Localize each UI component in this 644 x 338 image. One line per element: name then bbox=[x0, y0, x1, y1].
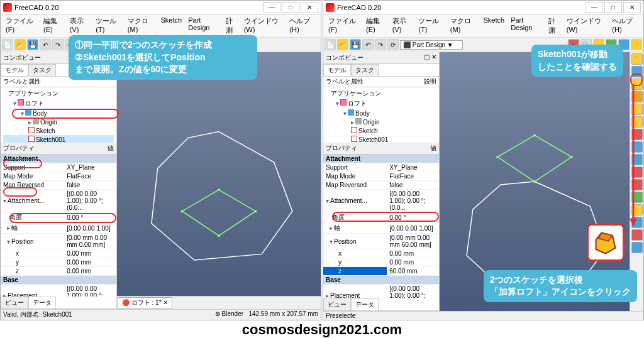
undo-icon[interactable]: ↶ bbox=[362, 39, 374, 50]
menu-item[interactable]: Part Design bbox=[186, 16, 222, 36]
group-base: Base bbox=[1, 276, 116, 285]
menu-item[interactable]: 表示(V) bbox=[390, 16, 415, 36]
tab-data[interactable]: データ bbox=[351, 298, 379, 310]
minimize-button[interactable]: ― bbox=[263, 2, 280, 13]
highlight-z-row-right bbox=[332, 212, 439, 222]
tab-view[interactable]: ビュー bbox=[323, 298, 351, 310]
col-desc: 説明 bbox=[424, 77, 436, 86]
minimize-button[interactable]: ― bbox=[586, 2, 603, 13]
t4-icon[interactable] bbox=[631, 39, 642, 50]
tree-body[interactable]: ▾Body bbox=[326, 109, 436, 117]
menu-item[interactable]: ヘルプ(H) bbox=[609, 16, 641, 36]
menu-item[interactable]: マクロ(M) bbox=[125, 16, 157, 36]
menu-item[interactable]: 計測 bbox=[223, 16, 240, 36]
menu-item[interactable]: 表示(V) bbox=[67, 16, 92, 36]
titlebar: FreeCAD 0.20 ― □ ✕ bbox=[1, 1, 321, 14]
tree-sketch[interactable]: Sketch bbox=[3, 126, 114, 135]
menu-item[interactable]: 編集(E) bbox=[364, 16, 389, 36]
menubar: ファイル(F) 編集(E) 表示(V) ツール(T) マクロ(M) Sketch… bbox=[1, 14, 321, 38]
svg-marker-7 bbox=[497, 135, 572, 182]
menu-item[interactable]: Sketch bbox=[481, 16, 508, 36]
panel-title: コンボビュー bbox=[326, 53, 364, 62]
svg-point-8 bbox=[533, 134, 536, 136]
svg-marker-1 bbox=[182, 190, 256, 236]
rt-icon[interactable] bbox=[631, 242, 643, 253]
menu-item[interactable]: ツール(T) bbox=[416, 16, 447, 36]
highlight-attachment bbox=[3, 159, 42, 168]
callout-3: 2つのスケッチを選択後 「加算ロフト」アイコンをクリック bbox=[484, 270, 637, 302]
highlight-z-row bbox=[9, 213, 116, 223]
callout-2: Sketch001が移動 したことを確認する bbox=[531, 45, 623, 77]
tree-sketch001[interactable]: Sketch001 bbox=[3, 135, 114, 143]
menu-item[interactable]: ウインドウ(W) bbox=[564, 16, 609, 36]
panel-close-icon[interactable]: ▢ ✕ bbox=[424, 53, 436, 62]
tree-doc[interactable]: ▾ロフト bbox=[3, 99, 114, 109]
redo-icon[interactable]: ↷ bbox=[375, 39, 386, 50]
maximize-button[interactable]: □ bbox=[604, 2, 622, 13]
menu-item[interactable]: ファイル(F) bbox=[326, 16, 362, 36]
combo-view-panel: コンボビュー▢ ✕ モデル タスク ラベルと属性 説明 アプリケーション ▾ロフ… bbox=[323, 52, 440, 311]
3d-viewport[interactable]: 🔴 ロフト : 1* ✕ bbox=[117, 52, 321, 309]
loft-icon-enlarged bbox=[587, 224, 625, 261]
tree-app[interactable]: アプリケーション bbox=[326, 89, 436, 99]
freecad-window-left: FreeCAD 0.20 ― □ ✕ ファイル(F) 編集(E) 表示(V) ツ… bbox=[0, 0, 321, 320]
open-icon[interactable]: 📂 bbox=[14, 39, 26, 50]
freecad-logo-icon bbox=[326, 3, 335, 12]
menu-item[interactable]: 計測 bbox=[546, 16, 563, 36]
menu-item[interactable]: マクロ(M) bbox=[448, 16, 480, 36]
new-doc-icon[interactable]: 📄 bbox=[325, 39, 336, 50]
new-doc-icon[interactable]: 📄 bbox=[2, 39, 13, 50]
combo-view-panel: コンボビュー▢ ✕ モデル タスク ラベルと属性 アプリケーション ▾ロフト ▾… bbox=[1, 52, 117, 309]
menu-item[interactable]: ツール(T) bbox=[93, 16, 124, 36]
refresh-icon[interactable]: ⟳ bbox=[387, 39, 399, 50]
tree-sketch[interactable]: Sketch bbox=[326, 126, 436, 135]
tab-task[interactable]: タスク bbox=[28, 64, 56, 76]
open-icon[interactable]: 📂 bbox=[337, 39, 348, 50]
menu-item[interactable]: Sketch bbox=[158, 16, 185, 36]
tab-model[interactable]: モデル bbox=[323, 64, 351, 76]
tab-data[interactable]: データ bbox=[28, 297, 56, 308]
panel-title: コンボビュー bbox=[3, 53, 41, 62]
menu-item[interactable]: ファイル(F) bbox=[3, 16, 40, 36]
maximize-button[interactable]: □ bbox=[282, 2, 299, 13]
status-bar: Preselecte bbox=[323, 311, 643, 320]
tree-doc[interactable]: ▾ロフト bbox=[326, 99, 436, 109]
save-icon[interactable]: 💾 bbox=[27, 39, 38, 50]
tab-model[interactable]: モデル bbox=[1, 64, 28, 76]
tree-origin[interactable]: ▸Origin bbox=[3, 117, 114, 126]
tree-app[interactable]: アプリケーション bbox=[3, 89, 114, 99]
rt-icon[interactable] bbox=[631, 229, 643, 241]
svg-point-3 bbox=[254, 210, 257, 212]
status-preselect: Preselecte bbox=[326, 312, 355, 319]
titlebar: FreeCAD 0.20 ― □ ✕ bbox=[323, 1, 643, 14]
undo-icon[interactable]: ↶ bbox=[40, 39, 51, 50]
model-tree[interactable]: アプリケーション ▾ロフト ▾Body ▸Origin Sketch Sketc… bbox=[323, 87, 439, 143]
redo-icon[interactable]: ↷ bbox=[52, 39, 64, 50]
prop-z-value[interactable]: 60.00 mm bbox=[387, 267, 439, 276]
window-title: FreeCAD 0.20 bbox=[14, 4, 263, 11]
menu-item[interactable]: Part Design bbox=[508, 16, 545, 36]
svg-point-9 bbox=[570, 156, 573, 158]
tree-origin[interactable]: ▸Origin bbox=[326, 117, 436, 126]
status-valid: Valid, 内部名: Sketch001 bbox=[3, 310, 72, 319]
menu-item[interactable]: ウインドウ(W) bbox=[242, 16, 286, 36]
prop-z-value[interactable]: 0.00 mm bbox=[64, 267, 116, 276]
tab-task[interactable]: タスク bbox=[351, 64, 379, 76]
menu-item[interactable]: ヘルプ(H) bbox=[287, 16, 318, 36]
close-button[interactable]: ✕ bbox=[623, 2, 641, 13]
tab-view[interactable]: ビュー bbox=[1, 297, 28, 308]
status-bar: Valid, 内部名: Sketch001 ⊕ Blender 142.59 m… bbox=[1, 309, 321, 320]
rt-icon[interactable] bbox=[631, 53, 643, 65]
document-tab[interactable]: 🔴 ロフト : 1* ✕ bbox=[118, 297, 172, 308]
tree-sketch001[interactable]: Sketch001 bbox=[326, 135, 436, 143]
property-table: Attachment SupportXY_Plane Map ModeFlatF… bbox=[323, 155, 439, 298]
workbench-selector[interactable]: ⬛ Part Design ▼ bbox=[400, 40, 463, 50]
save-icon[interactable]: 💾 bbox=[350, 39, 361, 50]
nav-style[interactable]: Blender bbox=[222, 310, 243, 317]
window-title: FreeCAD 0.20 bbox=[337, 4, 586, 11]
close-button[interactable]: ✕ bbox=[301, 2, 318, 13]
value-header: 値 bbox=[108, 144, 114, 153]
menu-item[interactable]: 編集(E) bbox=[41, 16, 66, 36]
callout-1: ①同一平面で2つのスケッチを作成 ②Sketch001を選択してPosition… bbox=[69, 35, 257, 80]
highlight-position bbox=[3, 187, 37, 197]
